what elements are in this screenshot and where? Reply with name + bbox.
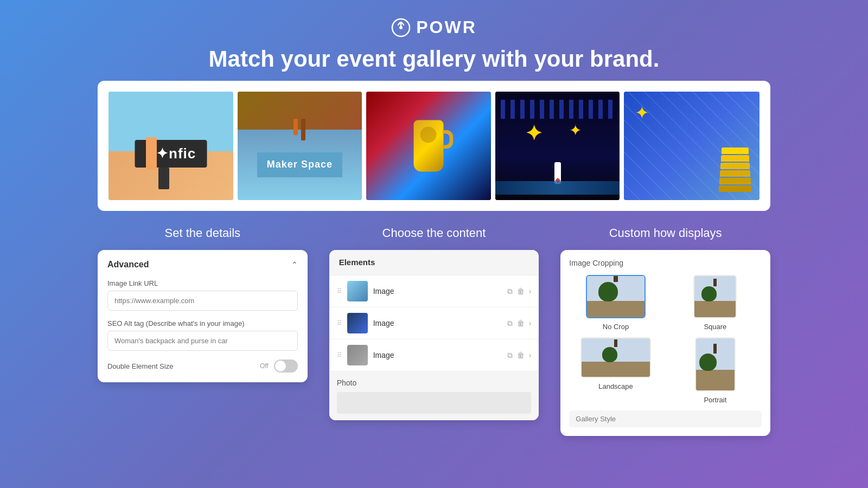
- crop-option-square[interactable]: Square: [669, 275, 762, 331]
- element-label-2: Image: [373, 319, 502, 328]
- gallery-style-bar: Gallery Style: [569, 410, 762, 427]
- seo-alt-input[interactable]: [107, 331, 298, 351]
- chevron-right-icon-2[interactable]: ›: [529, 319, 532, 328]
- seo-alt-label: SEO Alt tag (Describe what's in your ima…: [107, 319, 298, 328]
- crop-option-landscape[interactable]: Landscape: [569, 337, 662, 404]
- photo-section: Photo: [329, 371, 539, 420]
- svg-point-1: [399, 26, 403, 29]
- photo-label: Photo: [337, 378, 357, 387]
- gallery-style-label: Gallery Style: [576, 415, 616, 423]
- delete-icon-2[interactable]: 🗑: [517, 319, 525, 328]
- star-icon-2: ✦: [569, 122, 582, 139]
- element-row-1[interactable]: ⠿ Image ⧉ 🗑 ›: [329, 275, 539, 307]
- page-tagline: Match your event gallery with your brand…: [209, 46, 660, 72]
- panel-title: Advanced: [107, 260, 149, 269]
- delete-icon-1[interactable]: 🗑: [517, 287, 525, 296]
- toggle-row: Double Element Size Off: [107, 359, 298, 373]
- element-row-2[interactable]: ⠿ Image ⧉ 🗑 ›: [329, 307, 539, 339]
- drag-handle-icon-3: ⠿: [337, 351, 342, 359]
- tree-landscape-landscape: [582, 338, 650, 377]
- logo-area: POWR: [391, 17, 477, 37]
- copy-icon-3[interactable]: ⧉: [507, 351, 513, 360]
- advanced-panel: Advanced ⌃ Image Link URL SEO Alt tag (D…: [98, 250, 308, 382]
- bottom-sections: Set the details Advanced ⌃ Image Link UR…: [98, 226, 770, 436]
- powr-logo-icon: [391, 18, 411, 37]
- drag-handle-icon-2: ⠿: [337, 319, 342, 327]
- tree-landscape-portrait: [696, 338, 735, 390]
- crop-img-square: [693, 275, 737, 318]
- element-thumb-3: [347, 345, 368, 365]
- crop-img-portrait: [695, 337, 736, 391]
- image-link-group: Image Link URL: [107, 279, 298, 311]
- element-actions-1: ⧉ 🗑 ›: [507, 287, 532, 296]
- element-actions-2: ⧉ 🗑 ›: [507, 319, 532, 328]
- delete-icon-3[interactable]: 🗑: [517, 351, 525, 359]
- gallery-image-3: [366, 92, 491, 200]
- star-icon: ✦: [525, 122, 542, 145]
- element-thumb-1: [347, 281, 368, 301]
- crop-img-landscape: [580, 337, 651, 378]
- tree-landscape-square: [694, 276, 736, 317]
- gallery-image-2: Maker Space: [238, 92, 362, 200]
- crop-panel: Image Cropping No Crop: [560, 250, 770, 436]
- crop-grid: No Crop Square: [569, 275, 762, 404]
- set-details-section: Set the details Advanced ⌃ Image Link UR…: [98, 226, 308, 382]
- maker-space-sign: Maker Space: [257, 152, 342, 177]
- header: POWR Match your event gallery with your …: [209, 0, 660, 72]
- custom-display-title: Custom how displays: [609, 226, 722, 240]
- image-gallery: C✦nfic Maker Space ✦ ✦: [98, 81, 770, 211]
- custom-display-section: Custom how displays Image Cropping: [560, 226, 770, 436]
- choose-content-title: Choose the content: [382, 226, 486, 240]
- crop-label-portrait: Portrait: [704, 396, 726, 404]
- tree-landscape-nocrop: [587, 276, 644, 317]
- crop-label-square: Square: [704, 323, 726, 331]
- element-label-3: Image: [373, 351, 502, 359]
- image-link-input[interactable]: [107, 291, 298, 311]
- crop-label-nocrop: No Crop: [603, 323, 629, 331]
- seo-alt-group: SEO Alt tag (Describe what's in your ima…: [107, 319, 298, 351]
- collapse-icon[interactable]: ⌃: [291, 260, 298, 269]
- double-element-label: Double Element Size: [107, 362, 173, 370]
- copy-icon-1[interactable]: ⧉: [507, 287, 513, 296]
- elements-header: Elements: [329, 250, 539, 275]
- double-element-toggle[interactable]: [274, 359, 298, 373]
- photo-placeholder: [337, 392, 532, 414]
- crop-img-nocrop: [586, 275, 646, 318]
- copy-icon-2[interactable]: ⧉: [507, 319, 513, 328]
- panel-header: Advanced ⌃: [107, 260, 298, 269]
- crop-label-landscape: Landscape: [598, 382, 633, 390]
- crop-title: Image Cropping: [569, 259, 762, 267]
- element-actions-3: ⧉ 🗑 ›: [507, 351, 532, 360]
- choose-content-section: Choose the content Elements ⠿ Image ⧉ 🗑 …: [329, 226, 539, 420]
- chevron-right-icon-1[interactable]: ›: [529, 287, 532, 296]
- drag-handle-icon: ⠿: [337, 287, 342, 295]
- element-row-3[interactable]: ⠿ Image ⧉ 🗑 ›: [329, 339, 539, 371]
- gallery-image-4: ✦ ✦ ⬥: [495, 92, 620, 200]
- chevron-right-icon-3[interactable]: ›: [529, 351, 532, 359]
- yellow-star-icon: ✦: [635, 103, 649, 123]
- logo-text: POWR: [416, 17, 477, 37]
- crop-option-nocrop[interactable]: No Crop: [569, 275, 662, 331]
- elements-title: Elements: [339, 258, 375, 267]
- toggle-off-label: Off: [260, 362, 269, 370]
- element-thumb-2: [347, 313, 368, 333]
- element-label-1: Image: [373, 287, 502, 296]
- elements-panel: Elements ⠿ Image ⧉ 🗑 › ⠿ Image ⧉ 🗑: [329, 250, 539, 420]
- gallery-image-1: C✦nfic: [108, 92, 233, 200]
- gallery-image-5: ✦: [624, 92, 760, 200]
- set-details-title: Set the details: [165, 226, 240, 240]
- image-link-label: Image Link URL: [107, 279, 298, 287]
- crop-option-portrait[interactable]: Portrait: [669, 337, 762, 404]
